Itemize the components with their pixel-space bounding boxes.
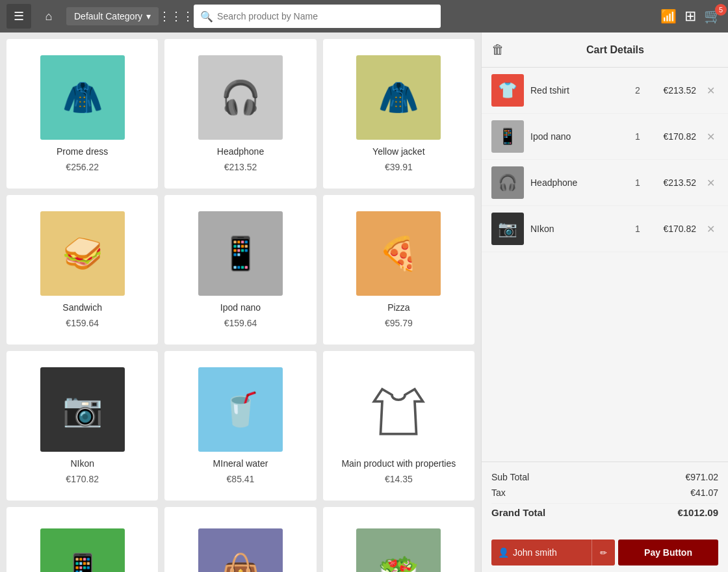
product-card[interactable]: 🥪 Sandwich €159.64 [6,195,158,344]
clear-cart-button[interactable]: 🗑 [491,42,504,57]
product-image: 🍕 [356,211,441,296]
product-name: Yellow jacket [372,146,424,157]
cart-item: 📱 Ipod nano 1 €170.82 ✕ [482,114,728,160]
cart-panel: 🗑 Cart Details 👕 Red tshirt 2 €213.52 ✕ … [481,32,728,572]
product-card[interactable]: 🎧 Headphone €213.52 [164,39,316,188]
edit-customer-button[interactable]: ✏ [592,540,615,566]
nav-right-icons: 📶 ⊞ 🛒 5 [660,8,722,25]
tax-row: Tax €41.07 [491,488,718,498]
user-icon: 👤 [498,547,509,558]
product-image: 🧥 [356,55,441,140]
edit-icon: ✏ [600,548,607,558]
cart-item-name: NIkon [530,224,625,234]
product-price: €159.64 [66,318,99,328]
product-name: Headphone [217,146,264,157]
remove-item-button[interactable]: ✕ [703,223,718,235]
product-image: 🧥 [40,55,125,140]
list-view-button[interactable]: ⋮⋮⋮ [164,4,188,29]
subtotal-value: €971.02 [685,472,718,482]
product-image: 📱 [40,528,125,572]
product-image: 🎧 [198,55,283,140]
product-card[interactable]: 📷 NIkon €170.82 [6,351,158,500]
home-button[interactable]: ⌂ [36,4,61,29]
product-card[interactable]: 🧥 Prome dress €256.22 [6,39,158,188]
product-price: €85.41 [227,474,255,484]
subtotal-row: Sub Total €971.02 [491,472,718,482]
cart-item-name: Ipod nano [530,131,625,142]
cart-item-image: 📱 [491,120,524,153]
product-price: €159.64 [224,318,257,328]
search-container: 🔍 [194,5,441,28]
product-price: €256.22 [66,162,99,172]
trash-icon: 🗑 [491,42,504,57]
cart-item: 📷 NIkon 1 €170.82 ✕ [482,206,728,252]
menu-icon: ☰ [14,9,24,23]
cart-summary: Sub Total €971.02 Tax €41.07 Grand Total… [482,462,728,533]
product-name: Pizza [387,302,410,313]
category-dropdown[interactable]: Default Category ▾ [66,7,159,25]
cart-item-qty: 1 [631,177,644,188]
category-label: Default Category [74,11,142,21]
product-image: 👜 [198,528,283,572]
product-image: 📱 [198,211,283,296]
cart-title: Cart Details [512,44,718,56]
product-price: €213.52 [224,162,257,172]
product-price: €14.35 [385,474,413,484]
cart-item-qty: 2 [631,85,644,96]
grand-total-label: Grand Total [491,507,545,518]
search-input[interactable] [217,11,434,21]
cart-item: 👕 Red tshirt 2 €213.52 ✕ [482,68,728,114]
cart-items-list: 👕 Red tshirt 2 €213.52 ✕ 📱 Ipod nano 1 €… [482,68,728,462]
remove-item-button[interactable]: ✕ [703,177,718,189]
remove-item-button[interactable]: ✕ [703,131,718,143]
cart-item-price: €170.82 [651,131,696,142]
remove-item-button[interactable]: ✕ [703,84,718,97]
product-grid-area: 🧥 Prome dress €256.22 🎧 Headphone €213.5… [0,32,481,572]
tax-label: Tax [491,488,506,498]
list-icon: ⋮⋮⋮ [159,9,194,23]
product-image: 🥗 [356,528,441,572]
customer-button[interactable]: 👤 John smith [491,540,592,566]
cart-item-name: Red tshirt [530,85,625,96]
chevron-down-icon: ▾ [146,11,151,21]
product-card[interactable]: 🧥 Yellow jacket €39.91 [323,39,474,188]
product-card[interactable]: 📱 Ipod nano €159.64 [164,195,316,344]
product-card[interactable]: 📱 iphone [6,507,158,572]
product-name: Main product with properties [341,458,456,469]
cart-item-price: €213.52 [651,85,696,96]
product-card[interactable]: 👜 Ladies purse [164,507,316,572]
product-name: Prome dress [57,146,108,157]
cart-item-price: €170.82 [651,224,696,234]
cart-header: 🗑 Cart Details [482,32,728,68]
product-image: 🥪 [40,211,125,296]
product-image [356,367,441,452]
pay-button[interactable]: Pay Button [618,540,718,566]
navbar: ☰ ⌂ Default Category ▾ ⋮⋮⋮ 🔍 📶 ⊞ 🛒 5 [0,0,728,32]
grand-total-row: Grand Total €1012.09 [491,503,718,518]
product-image: 🥤 [198,367,283,452]
home-icon: ⌂ [46,10,53,23]
product-card[interactable]: 🥤 MIneral water €85.41 [164,351,316,500]
qr-icon: ⊞ [684,8,696,25]
cart-actions: 👤 John smith ✏ Pay Button [482,533,728,572]
cart-item: 🎧 Headphone 1 €213.52 ✕ [482,160,728,206]
product-card[interactable]: Main product with properties €14.35 [323,351,474,500]
tax-value: €41.07 [690,488,718,498]
cart-button[interactable]: 🛒 5 [704,8,722,25]
cart-item-image: 📷 [491,213,524,245]
cart-item-name: Headphone [530,177,625,188]
menu-button[interactable]: ☰ [6,4,31,29]
cart-item-price: €213.52 [651,177,696,188]
cart-item-qty: 1 [631,224,644,234]
product-card[interactable]: 🥗 Salad [323,507,474,572]
cart-item-qty: 1 [631,131,644,142]
product-card[interactable]: 🍕 Pizza €95.79 [323,195,474,344]
product-name: NIkon [70,458,94,469]
main-layout: 🧥 Prome dress €256.22 🎧 Headphone €213.5… [0,32,728,572]
product-grid: 🧥 Prome dress €256.22 🎧 Headphone €213.5… [6,39,474,572]
cart-badge: 5 [715,4,727,16]
product-price: €39.91 [385,162,413,172]
product-name: Ipod nano [220,302,261,313]
subtotal-label: Sub Total [491,472,529,482]
product-price: €95.79 [385,318,413,328]
